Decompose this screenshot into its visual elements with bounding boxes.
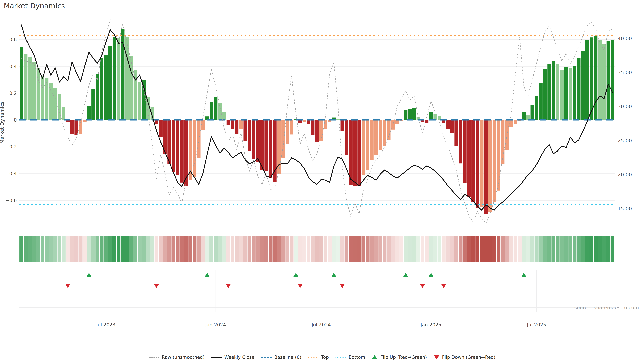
- dynamics-bar: [362, 120, 365, 175]
- heatmap-cell: [24, 236, 28, 262]
- dynamics-bar: [96, 74, 99, 120]
- right-axis-tick-label: 30.00: [618, 104, 632, 109]
- heatmap-cell: [362, 236, 365, 262]
- page-title: Market Dynamics: [4, 2, 65, 10]
- x-axis-tick-label: Jul 2025: [526, 322, 546, 328]
- heatmap-cell: [197, 236, 201, 262]
- x-axis-tick-label: Jul 2024: [311, 322, 331, 328]
- dynamics-bar: [556, 64, 560, 120]
- dynamics-bar: [602, 44, 606, 120]
- dynamics-bar: [226, 120, 230, 125]
- dynamics-bar: [20, 47, 23, 120]
- heatmap-cell: [366, 236, 370, 262]
- dynamics-bar: [404, 110, 407, 120]
- dynamics-bar: [488, 120, 492, 212]
- dynamics-bar: [286, 120, 289, 144]
- dynamics-bar: [539, 83, 542, 120]
- heatmap-cell: [176, 236, 180, 262]
- heatmap-cell: [155, 236, 158, 262]
- heatmap-cell: [138, 236, 142, 262]
- heatmap-cell: [74, 236, 78, 262]
- close-line-swatch-icon: [211, 357, 222, 358]
- heatmap-cell: [277, 236, 281, 262]
- heatmap-cell: [134, 236, 137, 262]
- heatmap-cell: [125, 236, 129, 262]
- heatmap-cell: [442, 236, 446, 262]
- legend-item-top: Top: [308, 355, 329, 360]
- heatmap-cell: [28, 236, 32, 262]
- heatmap-cell: [408, 236, 412, 262]
- flip-down-marker-icon: [226, 284, 231, 288]
- legend-item-bottom: Bottom: [336, 355, 365, 360]
- right-axis-tick-label: 40.00: [618, 35, 632, 41]
- heatmap-cell: [505, 236, 509, 262]
- dynamics-bar: [573, 66, 576, 120]
- heatmap-cell: [480, 236, 484, 262]
- dynamics-bar: [214, 96, 217, 120]
- dynamics-bar: [74, 120, 78, 135]
- dynamics-bar: [36, 68, 40, 120]
- dynamics-bar: [526, 115, 530, 120]
- heatmap-cell: [606, 236, 610, 262]
- dynamics-bar: [112, 37, 116, 120]
- heatmap-cell: [370, 236, 374, 262]
- heatmap-cell: [180, 236, 184, 262]
- dynamics-bar: [497, 120, 500, 191]
- legend-item-baseline: Baseline (0): [261, 355, 301, 360]
- flip-down-marker-icon: [66, 284, 70, 288]
- heatmap-cell: [530, 236, 534, 262]
- dynamics-bar: [193, 120, 196, 177]
- heatmap-cell: [294, 236, 298, 262]
- heatmap-cell: [547, 236, 551, 262]
- dynamics-bar: [260, 120, 264, 170]
- dynamics-bar: [345, 120, 348, 155]
- dynamics-bar: [32, 62, 36, 120]
- heatmap-cell: [210, 236, 213, 262]
- heatmap-cell: [146, 236, 150, 262]
- flip-up-marker-icon: [428, 273, 434, 277]
- dynamics-bar: [138, 82, 142, 120]
- heatmap-cell: [420, 236, 424, 262]
- baseline-swatch-icon: [261, 357, 272, 358]
- bottom-line-swatch-icon: [336, 357, 346, 358]
- dynamics-bar: [594, 36, 598, 120]
- heatmap-cell: [382, 236, 386, 262]
- heatmap-cell: [611, 236, 614, 262]
- heatmap-cell: [526, 236, 530, 262]
- dynamics-bar: [336, 119, 340, 120]
- heatmap-cell: [476, 236, 479, 262]
- left-axis-tick-label: −0.6: [5, 198, 17, 203]
- heatmap-cell: [264, 236, 268, 262]
- heatmap-cell: [256, 236, 260, 262]
- dynamics-bar: [353, 120, 357, 186]
- dynamics-bar: [358, 120, 361, 186]
- heatmap-cell: [218, 236, 222, 262]
- dynamics-bar: [256, 120, 260, 162]
- heatmap-cell: [535, 236, 538, 262]
- dynamics-bar: [252, 120, 256, 159]
- legend-label: Weekly Close: [224, 355, 254, 360]
- heatmap-cell: [357, 236, 361, 262]
- legend-item-flip-down: Flip Down (Green→Red): [434, 355, 496, 360]
- heatmap-cell: [45, 236, 49, 262]
- dynamics-bar: [484, 120, 488, 214]
- dynamics-bar: [548, 64, 551, 120]
- heatmap-cell: [269, 236, 272, 262]
- heatmap-cell: [395, 236, 399, 262]
- dynamics-bar: [467, 120, 471, 197]
- left-axis-tick-label: −0.2: [5, 144, 17, 150]
- dynamics-bar: [264, 120, 268, 171]
- heatmap-cell: [235, 236, 239, 262]
- dynamics-bar: [41, 76, 44, 120]
- dynamics-bar: [433, 114, 437, 120]
- heatmap-cell: [518, 236, 522, 262]
- heatmap-cell: [91, 236, 95, 262]
- dynamics-bar: [383, 120, 386, 146]
- dynamics-bar: [581, 51, 585, 120]
- heatmap-cell: [522, 236, 526, 262]
- dynamics-bar: [412, 108, 416, 120]
- heatmap-cell: [222, 236, 226, 262]
- flip-up-marker-icon: [86, 273, 92, 277]
- right-axis-tick-label: 20.00: [618, 172, 632, 178]
- legend-label: Raw (unsmoothed): [162, 355, 204, 360]
